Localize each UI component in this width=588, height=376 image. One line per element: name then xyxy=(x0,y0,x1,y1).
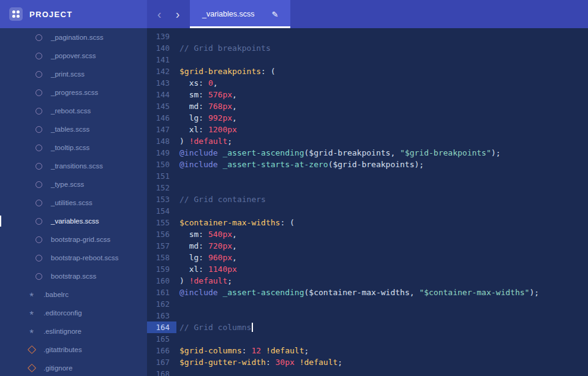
line-number[interactable]: 158 xyxy=(147,252,176,263)
file-item[interactable]: .editorconfig xyxy=(0,304,147,322)
line-number[interactable]: 156 xyxy=(147,228,176,240)
tab-nav: ‹ › xyxy=(147,0,190,28)
code-line[interactable]: 142$grid-breakpoints: ( xyxy=(147,66,588,77)
code-line[interactable]: 159 xl: 1140px xyxy=(147,263,588,275)
sass-icon xyxy=(35,126,43,133)
code-token: lg: xyxy=(179,113,208,122)
file-item[interactable]: _transitions.scss xyxy=(0,157,147,175)
line-number[interactable]: 145 xyxy=(147,100,176,112)
code-line[interactable]: 153// Grid containers xyxy=(147,194,588,205)
file-item[interactable]: .eslintignore xyxy=(0,322,147,340)
code-line[interactable]: 150@include _assert-starts-at-zero($grid… xyxy=(147,159,588,170)
line-number[interactable]: 153 xyxy=(147,194,176,205)
code-line[interactable]: 148) !default; xyxy=(147,135,588,147)
code-line[interactable]: 139 xyxy=(147,31,588,42)
forward-chevron-icon[interactable]: › xyxy=(174,8,181,20)
code-line[interactable]: 158 lg: 960px, xyxy=(147,252,588,263)
code-line[interactable]: 141 xyxy=(147,54,588,66)
code-line[interactable]: 147 xl: 1200px xyxy=(147,124,588,135)
line-number[interactable]: 166 xyxy=(147,345,176,356)
line-number[interactable]: 160 xyxy=(147,275,176,287)
project-menu[interactable]: PROJECT xyxy=(0,0,147,28)
code-token: 960px xyxy=(208,253,232,262)
line-number[interactable]: 163 xyxy=(147,310,176,321)
line-number[interactable]: 164 xyxy=(147,321,176,333)
file-label: _popover.scss xyxy=(51,52,96,59)
file-item[interactable]: .babelrc xyxy=(0,285,147,304)
code-line[interactable]: 146 lg: 992px, xyxy=(147,112,588,124)
code-line[interactable]: 149@include _assert-ascending($grid-brea… xyxy=(147,147,588,159)
line-number[interactable]: 159 xyxy=(147,263,176,275)
tab-variables-scss[interactable]: _variables.scss ✎ xyxy=(190,0,290,28)
line-number[interactable]: 152 xyxy=(147,182,176,194)
file-item[interactable]: bootstrap-reboot.scss xyxy=(0,249,147,267)
code-line[interactable]: 144 sm: 576px, xyxy=(147,89,588,100)
code-line[interactable]: 161@include _assert-ascending($container… xyxy=(147,287,588,298)
line-number[interactable]: 141 xyxy=(147,54,176,66)
code-line[interactable]: 154 xyxy=(147,205,588,217)
code-line[interactable]: 151 xyxy=(147,170,588,182)
file-item[interactable]: _type.scss xyxy=(0,175,147,194)
code-token: ) xyxy=(179,137,189,146)
code-line[interactable]: 164// Grid columns xyxy=(147,321,588,333)
line-number[interactable]: 148 xyxy=(147,135,176,147)
sass-icon xyxy=(35,107,43,115)
code-line[interactable]: 160) !default; xyxy=(147,275,588,287)
code-line[interactable]: 166$grid-columns: 12 !default; xyxy=(147,345,588,356)
file-label: _pagination.scss xyxy=(51,34,104,41)
line-number[interactable]: 149 xyxy=(147,147,176,159)
code-line[interactable]: 145 md: 768px, xyxy=(147,100,588,112)
git-icon xyxy=(28,364,36,372)
line-number[interactable]: 144 xyxy=(147,89,176,100)
line-number[interactable]: 139 xyxy=(147,31,176,42)
line-number[interactable]: 162 xyxy=(147,298,176,310)
file-item[interactable]: _tables.scss xyxy=(0,120,147,138)
line-number[interactable]: 140 xyxy=(147,42,176,54)
line-number[interactable]: 151 xyxy=(147,170,176,182)
code-token: _assert-ascending xyxy=(222,148,304,157)
line-number[interactable]: 155 xyxy=(147,217,176,228)
line-number[interactable]: 157 xyxy=(147,240,176,252)
file-item[interactable]: _tooltip.scss xyxy=(0,138,147,157)
code-line[interactable]: 163 xyxy=(147,310,588,321)
code-line[interactable]: 140// Grid breakpoints xyxy=(147,42,588,54)
code-line[interactable]: 165 xyxy=(147,333,588,345)
code-line[interactable]: 157 md: 720px, xyxy=(147,240,588,252)
code-line[interactable]: 162 xyxy=(147,298,588,310)
file-item[interactable]: _utilities.scss xyxy=(0,194,147,212)
code-token: : xyxy=(242,346,252,355)
file-item[interactable]: _popover.scss xyxy=(0,47,147,65)
file-label: _utilities.scss xyxy=(51,199,92,206)
code-line[interactable]: 167$grid-gutter-width: 30px !default; xyxy=(147,356,588,368)
code-line[interactable]: 152 xyxy=(147,182,588,194)
file-item[interactable]: _print.scss xyxy=(0,65,147,83)
edit-pencil-icon[interactable]: ✎ xyxy=(271,10,278,18)
code-line[interactable]: 143 xs: 0, xyxy=(147,77,588,89)
file-item[interactable]: _pagination.scss xyxy=(0,28,147,47)
line-number[interactable]: 167 xyxy=(147,356,176,368)
line-content xyxy=(176,54,179,66)
file-item[interactable]: bootstrap.scss xyxy=(0,267,147,285)
line-number[interactable]: 161 xyxy=(147,287,176,298)
line-content: sm: 540px, xyxy=(176,228,237,240)
file-item[interactable]: .gitattributes xyxy=(0,340,147,359)
file-item[interactable]: .gitignore xyxy=(0,359,147,376)
file-item[interactable]: _progress.scss xyxy=(0,83,147,102)
line-number[interactable]: 147 xyxy=(147,124,176,135)
line-number[interactable]: 154 xyxy=(147,205,176,217)
line-content: // Grid containers xyxy=(176,194,266,205)
line-number[interactable]: 142 xyxy=(147,66,176,77)
line-number[interactable]: 165 xyxy=(147,333,176,345)
line-number[interactable]: 143 xyxy=(147,77,176,89)
code-editor[interactable]: 139140// Grid breakpoints141142$grid-bre… xyxy=(147,28,588,376)
code-line[interactable]: 168 xyxy=(147,368,588,376)
line-number[interactable]: 150 xyxy=(147,159,176,170)
file-item[interactable]: _reboot.scss xyxy=(0,102,147,120)
file-item[interactable]: _variables.scss xyxy=(0,212,147,230)
line-number[interactable]: 168 xyxy=(147,368,176,376)
code-line[interactable]: 156 sm: 540px, xyxy=(147,228,588,240)
line-number[interactable]: 146 xyxy=(147,112,176,124)
code-line[interactable]: 155$container-max-widths: ( xyxy=(147,217,588,228)
file-item[interactable]: bootstrap-grid.scss xyxy=(0,230,147,249)
back-chevron-icon[interactable]: ‹ xyxy=(156,8,163,20)
